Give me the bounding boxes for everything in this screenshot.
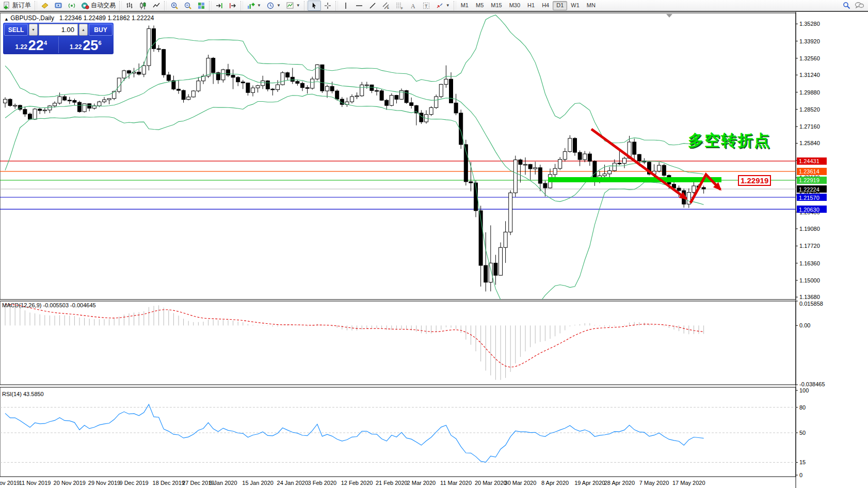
rsi-label: RSI(14) 43.5850 [2, 391, 44, 397]
macd-tick-label: -0.038465 [799, 381, 825, 387]
timeframe-button-h1[interactable]: H1 [524, 1, 538, 10]
price-tick-label: 1.33920 [799, 38, 820, 44]
price-axis-badge-label: 1.22919 [799, 177, 819, 183]
date-tick-label: 17 May 2020 [672, 480, 705, 486]
chat-icon[interactable] [855, 2, 864, 9]
buy-price-small: 1.22 [70, 43, 82, 51]
timeframe-button-w1[interactable]: W1 [567, 1, 583, 10]
vertical-line-tool-button[interactable] [339, 1, 352, 11]
periods-button[interactable]: ▼ [264, 1, 283, 11]
channel-tool-button[interactable]: E [379, 1, 393, 11]
text-label-icon: T [422, 2, 430, 10]
downtrend-arrow[interactable] [591, 129, 686, 199]
vertical-line-icon [342, 2, 350, 10]
volume-increase-button[interactable]: ▲ [79, 24, 88, 36]
chart-shift-marker[interactable] [666, 14, 672, 18]
timeframe-button-m30[interactable]: M30 [506, 1, 524, 10]
timeframe-button-m5[interactable]: M5 [472, 1, 487, 10]
tile-windows-button[interactable] [195, 1, 208, 11]
search-icon[interactable] [843, 2, 850, 9]
tile-windows-icon [197, 2, 205, 10]
price-axis-badge-label: 1.21570 [799, 195, 819, 201]
timeframe-button-h4[interactable]: H4 [538, 1, 553, 10]
zoom-out-icon [184, 2, 192, 10]
pane-frame [0, 387, 796, 477]
volume-input[interactable]: 1.00 [39, 24, 78, 36]
text-tool-button[interactable]: A [406, 1, 420, 11]
toolbar: 新订单 自动交易 [0, 0, 868, 12]
price-tick-label: 1.35280 [799, 21, 820, 27]
fibonacci-tool-button[interactable]: F [393, 1, 406, 11]
buy-price-sup: 6 [98, 40, 101, 46]
sell-price-sup: 4 [44, 40, 47, 46]
terminal-icon [54, 2, 62, 10]
crosshair-tool-button[interactable] [321, 1, 334, 11]
sell-price-big: 22 [28, 39, 44, 52]
date-tick-label: 21 Feb 2020 [376, 480, 408, 486]
price-axis-badge-label: 1.24431 [799, 158, 819, 164]
sell-price[interactable]: 1.22 22 4 [4, 37, 59, 53]
zoom-in-button[interactable] [168, 1, 181, 11]
date-tick-label: 11 Mar 2020 [440, 480, 472, 486]
macd-signal-line [5, 304, 704, 367]
signals-button[interactable] [65, 1, 78, 11]
price-tick-label: 1.15000 [799, 277, 820, 284]
candlestick-button[interactable] [136, 1, 150, 11]
price-axis-badge-label: 1.23614 [799, 168, 819, 175]
toolbar-separator [304, 1, 307, 10]
zoom-out-button[interactable] [181, 1, 195, 11]
level-callout-label[interactable]: 1.22919 [738, 175, 771, 186]
trendline-tool-button[interactable] [366, 1, 379, 11]
buy-button[interactable]: BUY [89, 24, 112, 36]
alerts-button[interactable] [38, 1, 52, 11]
svg-text:A: A [411, 2, 415, 9]
line-chart-button[interactable] [150, 1, 163, 11]
collapse-ohlc-icon[interactable]: ▲ [4, 17, 9, 22]
turning-point-annotation[interactable]: 多空转折点 [688, 130, 770, 151]
cursor-tool-button[interactable] [308, 1, 321, 11]
one-click-trading-panel: SELL ▼ 1.00 ▲ BUY 1.22 22 4 1.22 25 6 [3, 23, 114, 54]
toolbar-separator [454, 1, 456, 10]
toolbar-separator [35, 1, 37, 10]
timeframe-button-d1[interactable]: D1 [553, 1, 567, 10]
rsi-tick-label: 50 [799, 430, 806, 436]
support-zone-bar[interactable] [548, 177, 721, 182]
pane-frame [0, 301, 796, 385]
timeframe-button-m1[interactable]: M1 [457, 1, 472, 10]
svg-text:F: F [401, 6, 403, 9]
candlestick-series [4, 25, 706, 291]
arrows-tool-button[interactable]: ▼ [433, 1, 453, 11]
new-order-button[interactable]: 新订单 [0, 1, 34, 11]
date-tick-label: 18 Dec 2019 [153, 480, 185, 486]
chart-plot-area[interactable]: 1.352801.339201.325601.312401.298801.285… [0, 12, 868, 488]
date-tick-label: 11 Nov 2019 [19, 480, 51, 486]
label-tool-button[interactable]: T [420, 1, 433, 11]
templates-icon [286, 2, 294, 10]
indicators-button[interactable]: ▼ [244, 1, 264, 11]
auto-scroll-icon [215, 2, 223, 10]
buy-price[interactable]: 1.22 25 6 [59, 37, 113, 53]
alert-icon [41, 2, 49, 10]
date-tick-label: 2 Mar 2020 [407, 480, 436, 486]
horizontal-line-tool-button[interactable] [352, 1, 366, 11]
indicators-icon [247, 2, 255, 10]
sell-button[interactable]: SELL [4, 24, 28, 36]
auto-scroll-button[interactable] [213, 1, 226, 11]
volume-decrease-button[interactable]: ▼ [29, 24, 38, 36]
timeframe-button-m15[interactable]: M15 [487, 1, 505, 10]
chart-shift-button[interactable] [226, 1, 239, 11]
date-tick-label: 12 Feb 2020 [341, 480, 373, 486]
price-tick-label: 1.31240 [799, 72, 820, 78]
text-icon: A [409, 2, 417, 10]
bar-chart-button[interactable] [123, 1, 136, 11]
date-tick-label: 9 Dec 2019 [119, 480, 148, 486]
date-tick-label: 20 Nov 2019 [54, 480, 86, 486]
date-tick-label: 24 Jan 2020 [277, 480, 309, 486]
timeframe-button-mn[interactable]: MN [583, 1, 599, 10]
chevron-down-icon: ▼ [257, 3, 261, 8]
templates-button[interactable]: ▼ [283, 1, 303, 11]
market-watch-button[interactable] [52, 1, 65, 11]
autotrading-button[interactable]: 自动交易 [78, 1, 118, 11]
chevron-down-icon: ▼ [446, 3, 450, 8]
bar-chart-icon [125, 2, 134, 10]
